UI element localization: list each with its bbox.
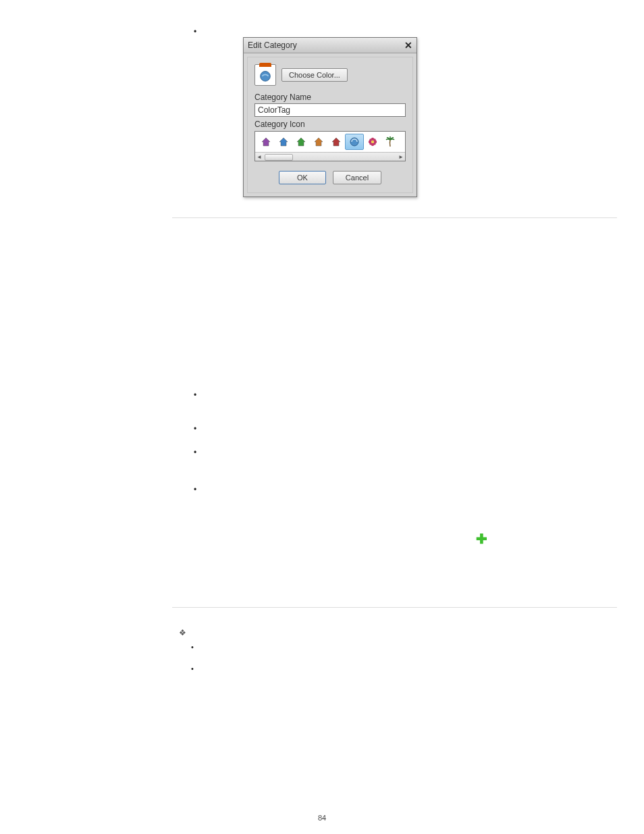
bullet-item xyxy=(172,448,617,454)
category-icon-option[interactable] xyxy=(257,134,275,149)
bullet-item xyxy=(172,664,617,674)
scroll-left-icon[interactable]: ◄ xyxy=(255,154,263,160)
category-icon-option[interactable] xyxy=(275,134,292,149)
category-preview-icon xyxy=(254,64,276,86)
dialog-titlebar[interactable]: Edit Category ✕ xyxy=(244,38,417,53)
scroll-thumb[interactable] xyxy=(265,154,293,161)
edit-category-dialog: Edit Category ✕ Choose Color... Category… xyxy=(243,37,417,197)
category-icon-option[interactable] xyxy=(310,134,327,149)
dialog-title: Edit Category xyxy=(248,41,297,50)
category-icon-picker: ◄ ► xyxy=(254,131,406,161)
close-icon[interactable]: ✕ xyxy=(404,40,412,51)
svg-point-0 xyxy=(261,72,271,82)
category-name-label: Category Name xyxy=(254,93,406,102)
cancel-button[interactable]: Cancel xyxy=(333,171,381,184)
plus-icon[interactable]: ✚ xyxy=(476,532,487,546)
bullet-item xyxy=(172,643,617,652)
category-icon-option[interactable] xyxy=(292,134,310,149)
section-divider xyxy=(172,217,617,218)
bullet-item xyxy=(172,390,617,397)
category-icon-label: Category Icon xyxy=(254,120,406,129)
choose-color-button[interactable]: Choose Color... xyxy=(281,68,348,82)
category-icon-option[interactable] xyxy=(381,134,399,149)
page-number: 84 xyxy=(0,814,644,822)
diamond-heading xyxy=(172,628,617,637)
category-icon-option[interactable] xyxy=(364,134,381,149)
icon-scrollbar[interactable]: ◄ ► xyxy=(255,152,405,161)
bullet-item xyxy=(172,485,617,492)
bullet-item: Edit Category ✕ Choose Color... Category… xyxy=(172,27,617,197)
ok-button[interactable]: OK xyxy=(279,171,326,184)
svg-point-10 xyxy=(371,140,374,143)
bullet-item xyxy=(172,424,617,431)
section-divider xyxy=(172,607,617,608)
category-name-input[interactable] xyxy=(254,103,406,117)
scroll-right-icon[interactable]: ► xyxy=(397,154,405,160)
category-icon-option[interactable] xyxy=(327,134,345,149)
category-icon-option[interactable] xyxy=(345,134,364,150)
